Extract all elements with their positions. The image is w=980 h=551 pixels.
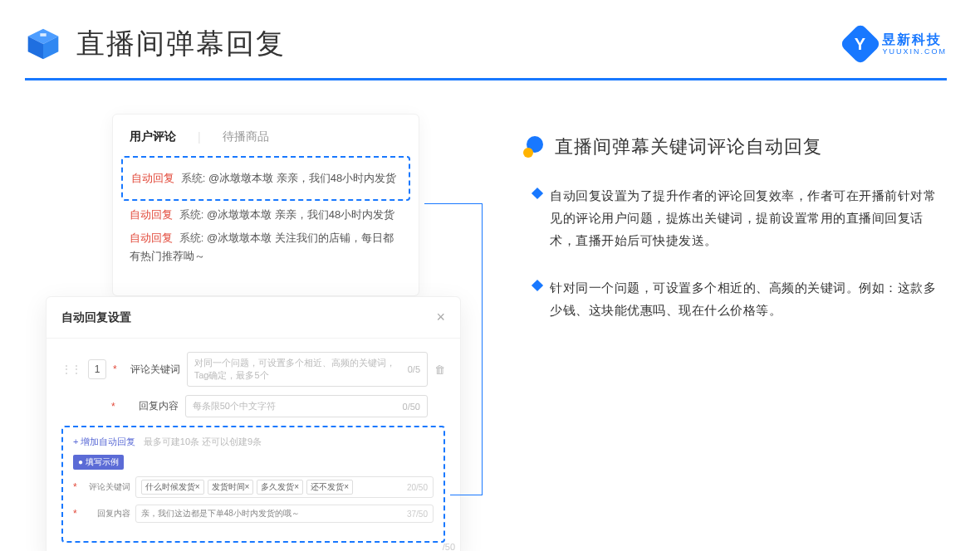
bullet-item: 自动回复设置为了提升作者的评论回复效率，作者可在开播前针对常见的评论用户问题，提… bbox=[533, 184, 947, 251]
example-reply-row: * 回复内容 亲，我们这边都是下单48小时内发货的哦～ 37/50 bbox=[73, 505, 434, 523]
tab-separator: | bbox=[198, 130, 201, 144]
index-box: 1 bbox=[88, 359, 106, 379]
dialog-body: ⋮⋮ 1 * 评论关键词 对同一个问题，可设置多个相近、高频的关键词，Tag确定… bbox=[47, 339, 460, 551]
keyword-row: ⋮⋮ 1 * 评论关键词 对同一个问题，可设置多个相近、高频的关键词，Tag确定… bbox=[61, 352, 445, 387]
example-keyword-row: * 评论关键词 什么时候发货× 发货时间× 多久发货× 还不发货× 20/50 bbox=[73, 476, 434, 498]
dialog-title: 自动回复设置 bbox=[61, 310, 131, 325]
add-reply-link[interactable]: + 增加自动回复 bbox=[73, 436, 135, 446]
cube-icon bbox=[25, 26, 61, 62]
content-area: 用户评论 | 待播商品 自动回复 系统: @冰墩墩本墩 亲亲，我们48小时内发货… bbox=[0, 80, 980, 346]
section-heading: 直播间弹幕关键词评论自动回复 bbox=[523, 134, 947, 159]
keyword-input[interactable]: 对同一个问题，可设置多个相近、高频的关键词，Tag确定，最多5个 0/5 bbox=[187, 352, 428, 387]
header-left: 直播间弹幕回复 bbox=[25, 25, 286, 63]
bubble-icon bbox=[523, 136, 545, 158]
comment-text: @冰墩墩本墩 亲亲，我们48小时内发货 bbox=[208, 172, 396, 184]
example-highlight-box: + 增加自动回复 最多可建10条 还可以创建9条 ● 填写示例 * 评论关键词 … bbox=[61, 426, 445, 543]
required-marker: * bbox=[111, 401, 115, 412]
comment-tabs: 用户评论 | 待播商品 bbox=[130, 129, 402, 144]
diamond-icon bbox=[532, 188, 543, 199]
reply-label: 回复内容 bbox=[124, 399, 179, 413]
example-reply-label: 回复内容 bbox=[84, 508, 130, 519]
page-title: 直播间弹幕回复 bbox=[76, 25, 286, 63]
example-keyword-input[interactable]: 什么时候发货× 发货时间× 多久发货× 还不发货× 20/50 bbox=[135, 476, 434, 498]
slide-header: 直播间弹幕回复 Y 昱新科技 YUUXIN.COM bbox=[0, 0, 980, 71]
bullet-item: 针对同一个问题，可设置多个相近的、高频的关键词。例如：这款多少钱、这块能优惠吗、… bbox=[533, 276, 947, 321]
keyword-label: 评论关键词 bbox=[125, 363, 180, 377]
keyword-tag[interactable]: 多久发货× bbox=[257, 480, 303, 495]
comments-card: 用户评论 | 待播商品 自动回复 系统: @冰墩墩本墩 亲亲，我们48小时内发货… bbox=[112, 114, 419, 296]
example-reply-input[interactable]: 亲，我们这边都是下单48小时内发货的哦～ 37/50 bbox=[135, 505, 434, 523]
left-panel: 用户评论 | 待播商品 自动回复 系统: @冰墩墩本墩 亲亲，我们48小时内发货… bbox=[46, 114, 478, 346]
example-reply-count: 37/50 bbox=[407, 510, 428, 519]
diamond-icon bbox=[532, 280, 543, 291]
connector-line bbox=[424, 203, 483, 495]
comment-item: 自动回复 系统: @冰墩墩本墩 亲亲，我们48小时内发货 bbox=[131, 169, 400, 188]
drag-handle-icon[interactable]: ⋮⋮ bbox=[61, 363, 81, 375]
keyword-tag[interactable]: 发货时间× bbox=[208, 480, 254, 495]
keyword-count: 0/5 bbox=[408, 364, 420, 374]
right-panel: 直播间弹幕关键词评论自动回复 自动回复设置为了提升作者的评论回复效率，作者可在开… bbox=[494, 114, 947, 346]
auto-reply-badge: 自动回复 bbox=[131, 172, 174, 184]
bullet-list: 自动回复设置为了提升作者的评论回复效率，作者可在开播前针对常见的评论用户问题，提… bbox=[533, 184, 947, 321]
bullet-text: 自动回复设置为了提升作者的评论回复效率，作者可在开播前针对常见的评论用户问题，提… bbox=[550, 184, 947, 251]
tab-pending-goods[interactable]: 待播商品 bbox=[223, 129, 269, 144]
system-label: 系统: bbox=[179, 208, 204, 221]
system-label: 系统: bbox=[179, 232, 204, 244]
logo-badge-icon: Y bbox=[840, 23, 882, 66]
add-hint: 最多可建10条 还可以创建9条 bbox=[144, 436, 262, 446]
example-badge: ● 填写示例 bbox=[73, 455, 124, 470]
reply-count: 0/50 bbox=[403, 402, 420, 412]
comment-item: 自动回复 系统: @冰墩墩本墩 关注我们的店铺，每日都有热门推荐呦～ bbox=[130, 229, 402, 266]
keyword-tag[interactable]: 还不发货× bbox=[306, 480, 353, 495]
required-marker: * bbox=[113, 363, 117, 375]
comment-text: @冰墩墩本墩 亲亲，我们48小时内发货 bbox=[207, 208, 394, 221]
auto-reply-badge: 自动回复 bbox=[130, 208, 173, 221]
outer-count: /50 bbox=[443, 542, 455, 551]
reply-input[interactable]: 每条限50个中文字符 0/50 bbox=[185, 395, 428, 417]
tab-user-comments[interactable]: 用户评论 bbox=[130, 129, 176, 144]
settings-dialog: 自动回复设置 × ⋮⋮ 1 * 评论关键词 对同一个问题，可设置多个相近、高频的… bbox=[46, 296, 461, 551]
keyword-tag[interactable]: 什么时候发货× bbox=[141, 480, 204, 495]
bullet-text: 针对同一个问题，可设置多个相近的、高频的关键词。例如：这款多少钱、这块能优惠吗、… bbox=[550, 276, 947, 321]
system-label: 系统: bbox=[181, 172, 206, 184]
reply-row: * 回复内容 每条限50个中文字符 0/50 bbox=[61, 395, 445, 417]
svg-rect-3 bbox=[40, 33, 46, 37]
comment-item: 自动回复 系统: @冰墩墩本墩 亲亲，我们48小时内发货 bbox=[130, 206, 402, 224]
dialog-header: 自动回复设置 × bbox=[47, 297, 460, 339]
auto-reply-badge: 自动回复 bbox=[130, 232, 173, 244]
highlighted-comment-row: 自动回复 系统: @冰墩墩本墩 亲亲，我们48小时内发货 bbox=[121, 156, 410, 201]
logo-text: 昱新科技 YUUXIN.COM bbox=[882, 33, 947, 56]
section-title: 直播间弹幕关键词评论自动回复 bbox=[555, 134, 822, 159]
connector-line bbox=[450, 495, 483, 495]
brand-logo: Y 昱新科技 YUUXIN.COM bbox=[845, 29, 947, 59]
example-keyword-label: 评论关键词 bbox=[84, 481, 130, 493]
